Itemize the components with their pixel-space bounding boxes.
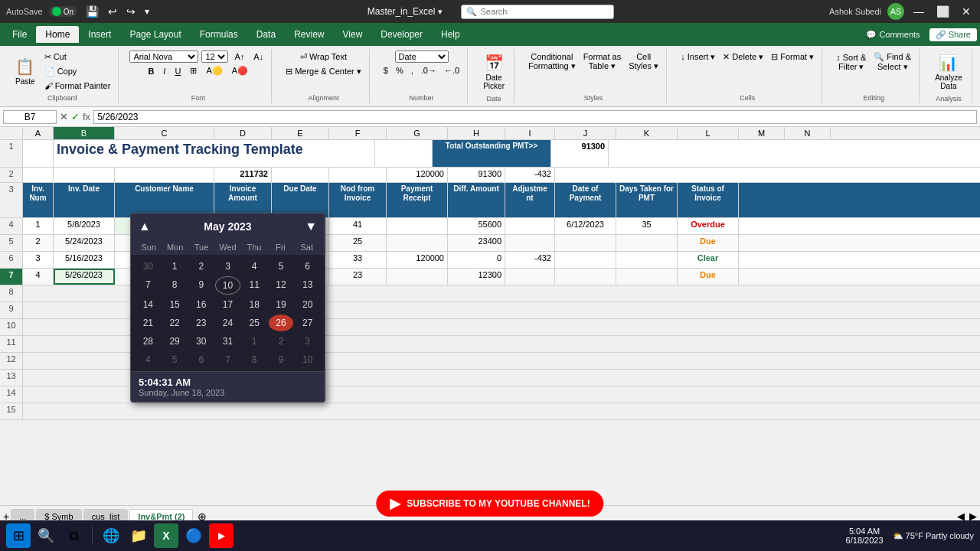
- cal-day-28[interactable]: 28: [136, 333, 161, 350]
- cell-b1[interactable]: Invoice & Payment Tracking Template: [54, 140, 375, 167]
- confirm-formula-icon[interactable]: ✓: [71, 111, 80, 122]
- calendar-next-button[interactable]: ▼: [305, 220, 317, 233]
- task-view-button[interactable]: ⧉: [61, 523, 86, 548]
- cal-day-7b[interactable]: 7: [215, 351, 240, 368]
- cell-e2[interactable]: [272, 168, 329, 182]
- insert-function-icon[interactable]: fx: [83, 111, 90, 122]
- cell-l4[interactable]: Overdue: [678, 218, 739, 234]
- cal-day-5b[interactable]: 5: [162, 351, 188, 368]
- increase-decimal-button[interactable]: .0→: [418, 64, 439, 77]
- cal-day-5[interactable]: 5: [269, 258, 294, 275]
- cal-day-10b[interactable]: 10: [295, 351, 320, 368]
- cell-h7[interactable]: 12300: [448, 269, 505, 285]
- cal-day-22[interactable]: 22: [162, 315, 188, 331]
- tab-page-layout[interactable]: Page Layout: [120, 26, 190, 43]
- cal-day-30a[interactable]: 30: [136, 258, 161, 275]
- cal-day-15[interactable]: 15: [162, 296, 188, 313]
- cell-k5[interactable]: [616, 235, 678, 251]
- comments-button[interactable]: 💬 Comments: [863, 28, 923, 41]
- bold-button[interactable]: B: [145, 65, 157, 77]
- cell-h5[interactable]: 23400: [448, 235, 505, 251]
- chrome-icon[interactable]: 🔵: [181, 523, 206, 548]
- col-header-a[interactable]: A: [23, 127, 54, 139]
- col-header-f[interactable]: F: [329, 127, 387, 139]
- cell-a7[interactable]: 4: [23, 269, 54, 285]
- cell-a1[interactable]: [23, 140, 54, 167]
- fill-color-button[interactable]: A🟡: [203, 64, 225, 77]
- cell-j5[interactable]: [555, 235, 616, 251]
- file-dropdown-icon[interactable]: ▾: [438, 7, 443, 17]
- search-bar[interactable]: 🔍: [461, 5, 614, 19]
- maximize-button[interactable]: ⬜: [933, 4, 952, 19]
- wrap-text-button[interactable]: ⏎ Wrap Text: [297, 51, 350, 64]
- cal-day-11[interactable]: 11: [242, 276, 267, 295]
- file-explorer-icon[interactable]: 📁: [126, 523, 151, 548]
- search-input[interactable]: [480, 7, 595, 16]
- cal-day-19[interactable]: 19: [269, 296, 294, 313]
- cal-day-4b[interactable]: 4: [136, 351, 161, 368]
- cal-day-9b[interactable]: 9: [269, 351, 294, 368]
- cell-g7[interactable]: [387, 269, 448, 285]
- cal-day-2[interactable]: 2: [188, 258, 214, 275]
- cell-k7[interactable]: [616, 269, 678, 285]
- cut-button[interactable]: ✂ Cut: [41, 51, 114, 64]
- col-header-b[interactable]: B: [54, 127, 115, 139]
- cell-i6[interactable]: -432: [505, 252, 555, 268]
- cancel-formula-icon[interactable]: ✕: [60, 111, 68, 122]
- cell-j4[interactable]: 6/12/2023: [555, 218, 616, 234]
- cal-day-24[interactable]: 24: [215, 315, 240, 331]
- tab-developer[interactable]: Developer: [371, 26, 432, 43]
- search-taskbar-button[interactable]: 🔍: [34, 523, 58, 548]
- cell-f5[interactable]: 25: [329, 235, 387, 251]
- cal-day-3b[interactable]: 3: [295, 333, 320, 350]
- cell-h2[interactable]: 91300: [448, 168, 505, 182]
- cell-k6[interactable]: [616, 252, 678, 268]
- cal-day-12[interactable]: 12: [269, 276, 294, 295]
- autosave-toggle[interactable]: On: [49, 6, 77, 17]
- tab-home[interactable]: Home: [36, 26, 79, 43]
- cell-c2[interactable]: [115, 168, 214, 182]
- col-header-e[interactable]: E: [272, 127, 329, 139]
- format-button[interactable]: ⊟ Format ▾: [768, 51, 817, 64]
- cell-a6[interactable]: 3: [23, 252, 54, 268]
- minimize-button[interactable]: —: [910, 4, 927, 19]
- cell-h1[interactable]: 91300: [551, 140, 609, 167]
- header-payment-receipt[interactable]: Payment Receipt: [387, 183, 448, 217]
- cell-l5[interactable]: Due: [678, 235, 739, 251]
- cal-day-8b[interactable]: 8: [242, 351, 267, 368]
- cell-i7[interactable]: [505, 269, 555, 285]
- cal-day-27[interactable]: 27: [295, 315, 320, 331]
- cell-f7[interactable]: 23: [329, 269, 387, 285]
- cal-day-13[interactable]: 13: [295, 276, 320, 295]
- header-adjustment[interactable]: Adjustme nt: [505, 183, 555, 217]
- cal-day-23[interactable]: 23: [188, 315, 214, 331]
- col-header-g[interactable]: G: [387, 127, 448, 139]
- cal-day-1b[interactable]: 1: [242, 333, 267, 350]
- font-color-button[interactable]: A🔴: [229, 64, 251, 77]
- customize-qat-button[interactable]: ▾: [142, 5, 152, 18]
- format-as-table-button[interactable]: Format asTable ▾: [580, 51, 625, 73]
- col-header-n[interactable]: N: [785, 127, 831, 139]
- cell-f4[interactable]: 41: [329, 218, 387, 234]
- cal-day-21[interactable]: 21: [136, 315, 161, 331]
- cal-day-10[interactable]: 10: [215, 276, 240, 295]
- save-button[interactable]: 💾: [83, 4, 102, 19]
- cell-a5[interactable]: 2: [23, 235, 54, 251]
- copy-button[interactable]: 📄 Copy: [41, 65, 114, 78]
- cell-l6[interactable]: Clear: [678, 252, 739, 268]
- cell-j7[interactable]: [555, 269, 616, 285]
- cell-g1[interactable]: Total Outstanding PMT>>: [433, 140, 551, 167]
- decrease-decimal-button[interactable]: ←.0: [441, 64, 462, 77]
- cell-b2[interactable]: [54, 168, 115, 182]
- tab-data[interactable]: Data: [247, 26, 285, 43]
- cal-day-9[interactable]: 9: [188, 276, 214, 295]
- tab-view[interactable]: View: [334, 26, 372, 43]
- increase-font-button[interactable]: A↑: [231, 51, 247, 63]
- cell-b6[interactable]: 5/16/2023: [54, 252, 115, 268]
- cell-f6[interactable]: 33: [329, 252, 387, 268]
- start-button[interactable]: ⊞: [6, 523, 31, 548]
- cell-d2[interactable]: 211732: [214, 168, 272, 182]
- col-header-i[interactable]: I: [505, 127, 555, 139]
- font-family-select[interactable]: Arial Nova: [129, 51, 198, 63]
- find-select-button[interactable]: 🔍 Find &Select ▾: [871, 51, 914, 73]
